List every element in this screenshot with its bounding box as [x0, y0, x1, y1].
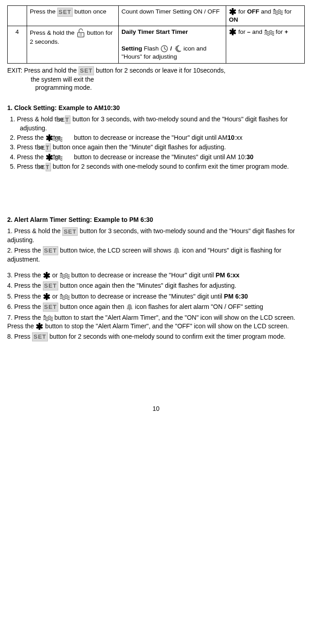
- wave-icon: [264, 29, 274, 36]
- text: button for 2 seconds with one-melody sou…: [53, 163, 289, 170]
- text: /: [170, 45, 174, 52]
- text: 7. Press the: [7, 314, 43, 321]
- text: for: [284, 8, 292, 15]
- set-icon: SET: [43, 303, 58, 312]
- set-icon: SET: [46, 143, 51, 152]
- text: 3. Press the: [7, 271, 43, 279]
- text: PM 6:30: [224, 293, 248, 300]
- text: 4. Press the: [10, 153, 46, 161]
- wave-icon: [273, 9, 283, 15]
- text: PM 6:xx: [215, 271, 239, 279]
- row2-keys: ✱ for – and for +: [226, 26, 305, 63]
- star-icon: ✱: [229, 7, 237, 17]
- row2-action: Press & hold the button for 2 seconds.: [27, 26, 119, 63]
- text: :xx: [234, 134, 242, 141]
- lock-icon: [76, 28, 85, 38]
- set-icon: SET: [62, 227, 78, 236]
- svg-rect-1: [78, 32, 84, 37]
- row1-num: [8, 6, 27, 26]
- text: –: [247, 28, 251, 35]
- text: the system will exit the: [31, 75, 305, 84]
- step: 5. Press the SET button for 2 seconds wi…: [20, 162, 305, 171]
- text: ON: [229, 16, 238, 23]
- step: 7. Press the button to start the "Alert …: [7, 313, 305, 331]
- text: button once again then the "Minute" digi…: [53, 143, 226, 151]
- row1-desc: Count down Timer Setting ON / OFF: [119, 6, 226, 26]
- table-row: Press the SET button once Count down Tim…: [8, 6, 305, 26]
- text: 6. Press the: [7, 303, 43, 310]
- text: +: [284, 28, 288, 35]
- text: 5. Press the: [7, 293, 43, 300]
- text: button to decrease or increase the "Minu…: [74, 153, 247, 161]
- text: for: [238, 28, 247, 35]
- step: 4. Press the ✱ or button to decrease or …: [20, 153, 305, 161]
- svg-point-16: [43, 315, 45, 317]
- text: 8. Press: [7, 333, 32, 340]
- step: 8. Press SET button for 2 seconds with o…: [7, 332, 305, 341]
- set-icon: SET: [43, 246, 58, 255]
- clock-icon: [160, 45, 168, 53]
- set-icon: SET: [32, 332, 47, 341]
- exit-note: EXIT: Press and hold the SET button for …: [7, 66, 305, 92]
- text: OFF: [247, 8, 259, 15]
- step: 1. Press & hold the SET button for 3 sec…: [7, 227, 305, 244]
- text: Setting: [121, 45, 142, 52]
- step: 2. Press the SET button twice, the LCD s…: [7, 246, 305, 264]
- page-number: 10: [7, 405, 305, 413]
- set-icon: SET: [65, 115, 70, 124]
- set-icon: SET: [79, 66, 94, 75]
- wave-icon: [62, 135, 72, 142]
- step: 3. Press the SET button once again then …: [20, 143, 305, 152]
- step: 1. Press & hold the SET button for 3 sec…: [20, 115, 305, 133]
- text: 4. Press the: [7, 282, 43, 289]
- night-icon: [174, 45, 182, 53]
- step: 5. Press the ✱ or button to decrease or …: [7, 292, 305, 301]
- section2-title: 2. Alert Alarm Timer Setting: Example to…: [7, 216, 305, 224]
- text: for: [276, 28, 285, 35]
- text: button to decrease or increase the "Minu…: [71, 293, 224, 300]
- text: button to stop the "Alert Alarm Timer", …: [45, 322, 289, 330]
- wave-icon: [60, 272, 70, 279]
- svg-point-0: [274, 9, 275, 11]
- section1-title: 1. Clock Setting: Example to AM10:30: [7, 104, 305, 112]
- text: 2. Press the: [10, 134, 46, 141]
- svg-point-14: [61, 294, 62, 296]
- set-icon: SET: [43, 281, 58, 290]
- text: button to decrease or increase the "Hour…: [74, 134, 228, 141]
- svg-point-9: [265, 29, 267, 31]
- bell-icon: [173, 247, 180, 254]
- text: Press & hold the: [30, 29, 76, 36]
- text: for: [238, 8, 247, 15]
- text: programming mode.: [35, 83, 305, 92]
- text: Daily Timer Start Timer: [121, 28, 188, 35]
- text: Press the: [30, 8, 57, 15]
- text: button twice, the LCD screen will shows: [60, 247, 173, 254]
- svg-point-8: [175, 49, 176, 50]
- svg-point-12: [176, 253, 177, 254]
- text: button once: [75, 8, 107, 15]
- text: or: [52, 293, 59, 300]
- svg-point-10: [53, 135, 55, 137]
- row1-action: Press the SET button once: [27, 6, 119, 26]
- text: button for 2 seconds with one-melody sou…: [49, 333, 285, 340]
- step: 3. Press the ✱ or button to decrease or …: [7, 271, 305, 280]
- star-icon: ✱: [43, 271, 51, 281]
- text: and: [261, 8, 273, 15]
- svg-point-13: [61, 273, 62, 275]
- table-row: 4 Press & hold the button for 2 seconds.…: [8, 26, 305, 63]
- text: 30: [247, 153, 254, 161]
- text: button once again then the "Minutes" dig…: [60, 282, 237, 289]
- wave-icon: [60, 294, 70, 300]
- row2-num: 4: [8, 26, 27, 63]
- svg-point-11: [53, 155, 55, 156]
- row1-keys: ✱ for OFF and for ON: [226, 6, 305, 26]
- text: button for 2 seconds or leave it for 10s…: [96, 67, 225, 74]
- set-icon: SET: [57, 8, 73, 17]
- wave-icon: [62, 154, 72, 161]
- star-icon: ✱: [43, 292, 51, 302]
- text: 1. Press & hold the: [7, 227, 62, 235]
- text: 10: [228, 134, 235, 141]
- svg-point-7: [176, 46, 177, 47]
- set-icon: SET: [46, 163, 51, 172]
- svg-point-15: [129, 309, 130, 311]
